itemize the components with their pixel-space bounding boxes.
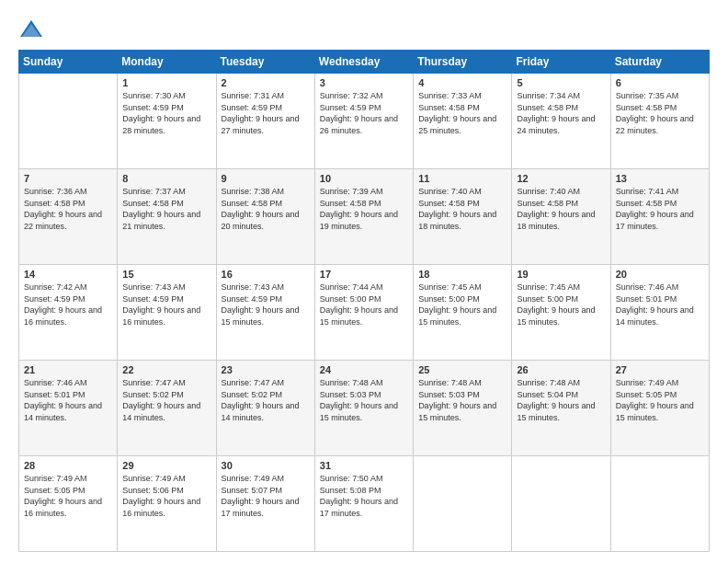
day-number: 4 [418, 77, 506, 88]
day-info: Sunrise: 7:31 AMSunset: 4:59 PMDaylight:… [222, 90, 310, 136]
day-info: Sunrise: 7:40 AMSunset: 4:58 PMDaylight:… [418, 186, 506, 232]
day-info: Sunrise: 7:36 AMSunset: 4:58 PMDaylight:… [24, 186, 112, 232]
calendar-cell: 3 Sunrise: 7:32 AMSunset: 4:59 PMDayligh… [314, 74, 413, 169]
calendar-cell: 28 Sunrise: 7:49 AMSunset: 5:05 PMDaylig… [19, 456, 118, 552]
col-header-saturday: Saturday [610, 51, 709, 74]
day-number: 30 [222, 460, 310, 471]
calendar-cell [19, 74, 118, 169]
day-number: 21 [24, 364, 112, 375]
calendar-cell: 20 Sunrise: 7:46 AMSunset: 5:01 PMDaylig… [610, 265, 709, 361]
day-number: 29 [122, 460, 210, 471]
day-info: Sunrise: 7:43 AMSunset: 4:59 PMDaylight:… [122, 282, 210, 327]
day-info: Sunrise: 7:45 AMSunset: 5:00 PMDaylight:… [418, 282, 506, 327]
calendar-cell: 13 Sunrise: 7:41 AMSunset: 4:58 PMDaylig… [610, 169, 709, 265]
day-number: 12 [517, 173, 605, 184]
calendar-cell: 9 Sunrise: 7:38 AMSunset: 4:58 PMDayligh… [216, 169, 314, 265]
day-info: Sunrise: 7:43 AMSunset: 4:59 PMDaylight:… [222, 282, 310, 327]
day-number: 27 [616, 364, 704, 375]
day-info: Sunrise: 7:30 AMSunset: 4:59 PMDaylight:… [122, 90, 210, 136]
calendar-cell: 8 Sunrise: 7:37 AMSunset: 4:58 PMDayligh… [118, 169, 216, 265]
calendar-cell: 21 Sunrise: 7:46 AMSunset: 5:01 PMDaylig… [19, 361, 118, 456]
col-header-wednesday: Wednesday [314, 51, 413, 74]
calendar-cell: 1 Sunrise: 7:30 AMSunset: 4:59 PMDayligh… [118, 74, 216, 169]
day-number: 5 [517, 77, 605, 88]
day-info: Sunrise: 7:49 AMSunset: 5:07 PMDaylight:… [222, 473, 310, 519]
calendar-cell: 18 Sunrise: 7:45 AMSunset: 5:00 PMDaylig… [414, 265, 512, 361]
logo-icon [18, 17, 44, 42]
day-info: Sunrise: 7:37 AMSunset: 4:58 PMDaylight:… [122, 186, 210, 232]
day-number: 13 [616, 173, 704, 184]
day-info: Sunrise: 7:45 AMSunset: 5:00 PMDaylight:… [517, 282, 605, 327]
calendar-cell: 31 Sunrise: 7:50 AMSunset: 5:08 PMDaylig… [314, 456, 413, 552]
calendar-week-row: 28 Sunrise: 7:49 AMSunset: 5:05 PMDaylig… [19, 456, 710, 552]
day-number: 11 [418, 173, 506, 184]
day-info: Sunrise: 7:48 AMSunset: 5:04 PMDaylight:… [517, 377, 605, 423]
calendar-header-row: SundayMondayTuesdayWednesdayThursdayFrid… [19, 51, 710, 74]
header [18, 17, 710, 42]
day-number: 26 [517, 364, 605, 375]
day-number: 24 [320, 364, 408, 375]
day-info: Sunrise: 7:42 AMSunset: 4:59 PMDaylight:… [24, 282, 112, 327]
day-info: Sunrise: 7:48 AMSunset: 5:03 PMDaylight:… [320, 377, 408, 423]
calendar-cell: 4 Sunrise: 7:33 AMSunset: 4:58 PMDayligh… [414, 74, 512, 169]
day-number: 3 [320, 77, 408, 88]
day-number: 1 [122, 77, 210, 88]
day-info: Sunrise: 7:33 AMSunset: 4:58 PMDaylight:… [418, 90, 506, 136]
day-info: Sunrise: 7:49 AMSunset: 5:06 PMDaylight:… [122, 473, 210, 519]
calendar-cell: 11 Sunrise: 7:40 AMSunset: 4:58 PMDaylig… [414, 169, 512, 265]
day-info: Sunrise: 7:46 AMSunset: 5:01 PMDaylight:… [616, 282, 704, 327]
calendar-week-row: 14 Sunrise: 7:42 AMSunset: 4:59 PMDaylig… [19, 265, 710, 361]
calendar-week-row: 7 Sunrise: 7:36 AMSunset: 4:58 PMDayligh… [19, 169, 710, 265]
col-header-tuesday: Tuesday [216, 51, 314, 74]
calendar-week-row: 1 Sunrise: 7:30 AMSunset: 4:59 PMDayligh… [19, 74, 710, 169]
day-info: Sunrise: 7:38 AMSunset: 4:58 PMDaylight:… [222, 186, 310, 232]
col-header-monday: Monday [118, 51, 216, 74]
day-info: Sunrise: 7:32 AMSunset: 4:59 PMDaylight:… [320, 90, 408, 136]
calendar-cell: 25 Sunrise: 7:48 AMSunset: 5:03 PMDaylig… [414, 361, 512, 456]
calendar-cell: 14 Sunrise: 7:42 AMSunset: 4:59 PMDaylig… [19, 265, 118, 361]
day-number: 7 [24, 173, 112, 184]
day-info: Sunrise: 7:39 AMSunset: 4:58 PMDaylight:… [320, 186, 408, 232]
calendar-cell: 23 Sunrise: 7:47 AMSunset: 5:02 PMDaylig… [216, 361, 314, 456]
calendar-cell [512, 456, 610, 552]
calendar-cell: 6 Sunrise: 7:35 AMSunset: 4:58 PMDayligh… [610, 74, 709, 169]
calendar-cell: 27 Sunrise: 7:49 AMSunset: 5:05 PMDaylig… [610, 361, 709, 456]
day-number: 31 [320, 460, 408, 471]
calendar-cell: 19 Sunrise: 7:45 AMSunset: 5:00 PMDaylig… [512, 265, 610, 361]
day-number: 2 [222, 77, 310, 88]
col-header-thursday: Thursday [414, 51, 512, 74]
day-number: 15 [122, 269, 210, 280]
day-info: Sunrise: 7:49 AMSunset: 5:05 PMDaylight:… [24, 473, 112, 519]
calendar-table: SundayMondayTuesdayWednesdayThursdayFrid… [18, 50, 710, 552]
calendar-cell [610, 456, 709, 552]
calendar-cell: 2 Sunrise: 7:31 AMSunset: 4:59 PMDayligh… [216, 74, 314, 169]
day-info: Sunrise: 7:50 AMSunset: 5:08 PMDaylight:… [320, 473, 408, 519]
calendar-cell: 17 Sunrise: 7:44 AMSunset: 5:00 PMDaylig… [314, 265, 413, 361]
day-number: 23 [222, 364, 310, 375]
logo [18, 17, 48, 42]
calendar-cell: 15 Sunrise: 7:43 AMSunset: 4:59 PMDaylig… [118, 265, 216, 361]
calendar-cell: 7 Sunrise: 7:36 AMSunset: 4:58 PMDayligh… [19, 169, 118, 265]
calendar-cell: 12 Sunrise: 7:40 AMSunset: 4:58 PMDaylig… [512, 169, 610, 265]
day-info: Sunrise: 7:46 AMSunset: 5:01 PMDaylight:… [24, 377, 112, 423]
day-info: Sunrise: 7:41 AMSunset: 4:58 PMDaylight:… [616, 186, 704, 232]
day-number: 17 [320, 269, 408, 280]
calendar-cell: 10 Sunrise: 7:39 AMSunset: 4:58 PMDaylig… [314, 169, 413, 265]
day-number: 9 [222, 173, 310, 184]
day-info: Sunrise: 7:48 AMSunset: 5:03 PMDaylight:… [418, 377, 506, 423]
day-info: Sunrise: 7:35 AMSunset: 4:58 PMDaylight:… [616, 90, 704, 136]
col-header-friday: Friday [512, 51, 610, 74]
day-number: 20 [616, 269, 704, 280]
calendar-cell: 22 Sunrise: 7:47 AMSunset: 5:02 PMDaylig… [118, 361, 216, 456]
day-number: 28 [24, 460, 112, 471]
col-header-sunday: Sunday [19, 51, 118, 74]
day-number: 10 [320, 173, 408, 184]
day-number: 14 [24, 269, 112, 280]
day-number: 16 [222, 269, 310, 280]
calendar-page: SundayMondayTuesdayWednesdayThursdayFrid… [0, 0, 728, 563]
day-number: 6 [616, 77, 704, 88]
day-number: 25 [418, 364, 506, 375]
day-number: 18 [418, 269, 506, 280]
day-number: 8 [122, 173, 210, 184]
calendar-week-row: 21 Sunrise: 7:46 AMSunset: 5:01 PMDaylig… [19, 361, 710, 456]
